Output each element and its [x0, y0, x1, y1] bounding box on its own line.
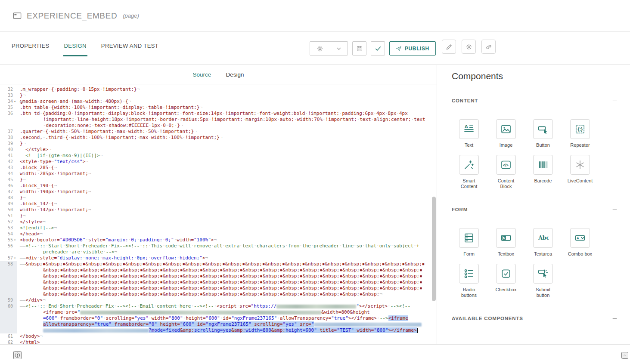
component-label: Submit button — [529, 287, 557, 298]
code-line[interactable]: 41——<!--[if·(gte·mso·9)|(IE)]>¬ — [0, 153, 437, 159]
content-block-icon: </> — [500, 159, 512, 170]
submit-icon — [537, 268, 549, 279]
publish-button[interactable]: PUBLISH — [389, 41, 436, 56]
minus-icon — [611, 207, 618, 213]
collapse-section-button[interactable] — [611, 206, 618, 213]
code-line[interactable]: 42<style·type="text/css">¬ — [0, 159, 437, 165]
gutter — [0, 315, 17, 321]
code-line[interactable]: 61</body>¬ — [0, 333, 437, 339]
component-tile-box — [459, 264, 479, 284]
component-combo-box[interactable]: ACombo box — [562, 228, 599, 257]
fold-arrow-icon[interactable]: ▾ — [13, 99, 17, 105]
alert-icon — [14, 352, 21, 358]
code-line[interactable]: 45}¬ — [0, 177, 437, 183]
code-line-wrap[interactable]: &nbsp;▪&nbsp;▪&nbsp;▪&nbsp;▪&nbsp;▪&nbsp… — [0, 291, 437, 297]
code-line[interactable]: 56——<!--·::·Start·Short·Preheader·Fix-->… — [0, 243, 437, 249]
component-barcode[interactable]: Barcode — [524, 155, 562, 189]
code-line-wrap[interactable]: &nbsp;▪&nbsp;▪&nbsp;▪&nbsp;▪&nbsp;▪&nbsp… — [0, 279, 437, 285]
settings-dropdown-button[interactable] — [330, 42, 348, 55]
component-image[interactable]: Image — [487, 119, 524, 148]
fold-arrow-icon[interactable]: ▾ — [13, 237, 17, 243]
code-line[interactable]: 58——&nbsp;▪&nbsp;▪&nbsp;▪&nbsp;▪&nbsp;▪&… — [0, 261, 437, 267]
code-line-wrap[interactable]: &nbsp;▪&nbsp;▪&nbsp;▪&nbsp;▪&nbsp;▪&nbsp… — [0, 267, 437, 273]
code-line-wrap[interactable]: -decoration:none;·text-shadow:#EEEEEE·1p… — [0, 123, 437, 129]
code-line[interactable]: 55▾<body·bgcolor="#D0D5D6"·style="margin… — [0, 237, 437, 243]
code-line-wrap[interactable]: &nbsp;▪&nbsp;▪&nbsp;▪&nbsp;▪&nbsp;▪&nbsp… — [0, 285, 437, 291]
component-textarea[interactable]: AbcTextarea — [524, 228, 562, 257]
code-line[interactable]: 36.btn_td·{padding:0·!important;·display… — [0, 111, 437, 117]
alert-button[interactable] — [13, 351, 22, 359]
component-submit-button[interactable]: Submit button — [524, 264, 562, 298]
component-label: Button — [536, 142, 550, 148]
code-line[interactable]: 53<![endif]-->¬ — [0, 225, 437, 231]
tab-properties[interactable]: PROPERTIES — [11, 38, 50, 56]
code-line[interactable]: 35.btn_table·{width:·100%·!important;·di… — [0, 105, 437, 111]
code-line[interactable]: 44width:·285px·!important;¬ — [0, 171, 437, 177]
code-line[interactable]: 40——</style>¬ — [0, 147, 437, 153]
code-line[interactable]: 37.quarter·{·width:·50%·!important;·max-… — [0, 129, 437, 135]
component-button[interactable]: Button — [524, 119, 562, 148]
gutter: 52 — [0, 219, 17, 225]
code-line[interactable]: 52</style>¬ — [0, 219, 437, 225]
code-line[interactable]: 62</html> — [0, 339, 437, 344]
component-label: Textbox — [498, 251, 514, 257]
code-line[interactable]: 50width:·142px·!important;¬ — [0, 207, 437, 213]
toggle-design[interactable]: Design — [226, 71, 244, 78]
component-form[interactable]: Form — [450, 228, 487, 257]
tab-design[interactable]: DESIGN — [63, 38, 87, 56]
code-line[interactable]: 49.block_142·{¬ — [0, 201, 437, 207]
component-smart-content[interactable]: Smart Content — [450, 155, 487, 189]
gutter: 36 — [0, 111, 17, 117]
fold-arrow-icon[interactable]: ▾ — [13, 255, 17, 261]
code-editor[interactable]: 32.m_wrapper·{·padding:·0·15px·!importan… — [0, 85, 437, 344]
code-line[interactable]: 60——<!--·::·End·Short·Preheader·Fix·--><… — [0, 303, 437, 309]
save-button[interactable] — [352, 41, 366, 56]
component-content-block[interactable]: </>Content Block — [487, 155, 524, 189]
editor-scrollbar[interactable] — [432, 197, 436, 301]
line-number: 32 — [8, 86, 13, 93]
code-line-wrap[interactable]: preheader·are·visible·-->¬ — [0, 249, 437, 255]
collapse-footer-button[interactable] — [621, 352, 628, 359]
line-number: 56 — [8, 243, 13, 249]
code-line-wrap[interactable]: allowtransparency="true"·frameborder="0"… — [0, 321, 437, 327]
code-line-wrap[interactable]: <iframe·src="&width=800&height — [0, 309, 437, 315]
component-text[interactable]: AText — [450, 119, 487, 148]
code-line[interactable]: 38.second,·.third·{·width:·100%·!importa… — [0, 135, 437, 141]
code-line[interactable]: 47width:·190px·!important;¬ — [0, 189, 437, 195]
toggle-source[interactable]: Source — [193, 71, 211, 78]
component-radio-buttons[interactable]: Radio buttons — [450, 264, 487, 298]
tab-preview-and-test[interactable]: PREVIEW AND TEST — [100, 38, 159, 56]
code-line-wrap[interactable]: !important;·line-height:18px·!important;… — [0, 117, 437, 123]
collapse-section-button[interactable] — [611, 97, 618, 104]
code-line[interactable]: 32.m_wrapper·{·padding:·0·15px·!importan… — [0, 86, 437, 93]
publish-label: PUBLISH — [405, 46, 429, 52]
code-line[interactable]: 34▾@media·screen·and·(max-width:·480px)·… — [0, 99, 437, 105]
code-line[interactable]: 51}¬ — [0, 213, 437, 219]
check-icon — [374, 45, 382, 52]
code-line[interactable]: 46.block_190·{¬ — [0, 183, 437, 189]
validate-button[interactable] — [371, 41, 385, 56]
gear-button[interactable] — [310, 42, 330, 55]
edit-button[interactable] — [442, 40, 456, 54]
component-checkbox[interactable]: Checkbox — [487, 264, 524, 298]
code-line[interactable]: 48}¬ — [0, 195, 437, 201]
settings-button[interactable] — [462, 40, 476, 54]
toolbar: PUBLISH — [310, 41, 436, 56]
component-tile-box — [459, 155, 479, 175]
link-button[interactable] — [481, 40, 496, 54]
code-line[interactable]: 39}¬ — [0, 141, 437, 147]
collapse-section-button[interactable] — [611, 315, 618, 322]
code-line[interactable]: 59——</div>¬ — [0, 297, 437, 303]
code-line[interactable]: 43.block_285·{¬ — [0, 165, 437, 171]
code-line[interactable]: 57▾——<div·style="display:·none;·max-heig… — [0, 255, 437, 261]
code-line-wrap[interactable]: &nbsp;▪&nbsp;▪&nbsp;▪&nbsp;▪&nbsp;▪&nbsp… — [0, 273, 437, 279]
component-textbox[interactable]: ATextbox — [487, 228, 524, 257]
code-line[interactable]: 33}¬ — [0, 93, 437, 99]
component-livecontent[interactable]: LiveContent — [562, 155, 599, 189]
gutter: 42 — [0, 159, 17, 165]
code-line[interactable]: 54</head>¬ — [0, 231, 437, 237]
code-line-wrap[interactable]: =600"·frameborder="0"·scrolling="yes"·wi… — [0, 315, 437, 321]
component-repeater[interactable]: {:}Repeater — [562, 119, 599, 148]
code-line-wrap[interactable]: ?mode=fixed&amp;scrolling=yes&amp;width=… — [0, 327, 437, 333]
gutter: 54 — [0, 231, 17, 237]
